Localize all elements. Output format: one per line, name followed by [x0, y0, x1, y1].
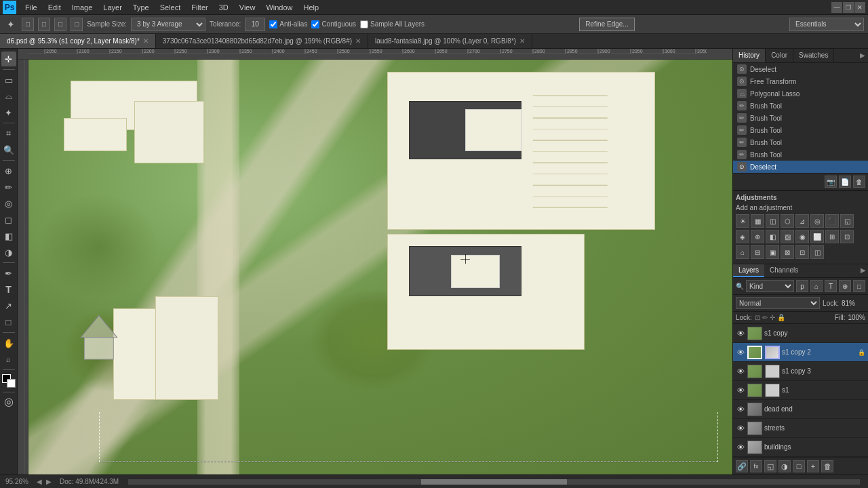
doc-tab-1[interactable]: 3730c067a3ce013408802bd65d82d7eb.jpg @ 1… — [156, 34, 368, 48]
move-tool[interactable]: ✛ — [1, 52, 16, 66]
history-item-8[interactable]: ⊙ Deselect — [733, 161, 868, 173]
anti-alias-checkbox[interactable] — [269, 20, 277, 28]
adj-color-lookup[interactable]: ⊕ — [751, 230, 764, 243]
history-item-7[interactable]: ✏ Brush Tool — [733, 148, 868, 161]
scrollbar-thumb[interactable] — [421, 479, 568, 485]
adj-exposure[interactable]: ⬡ — [781, 214, 794, 228]
lock-pixel-icon[interactable]: ⊡ — [755, 314, 760, 321]
magic-wand-tool[interactable]: ✦ — [1, 105, 16, 120]
adj-posterize[interactable]: ▨ — [781, 230, 794, 243]
layer-eye-5[interactable]: 👁 — [736, 424, 745, 433]
contiguous-checkbox-wrap[interactable]: Contiguous — [311, 20, 356, 28]
layer-style-btn[interactable]: fx — [750, 460, 762, 472]
menu-help[interactable]: Help — [299, 2, 324, 13]
doc-tab-close-0[interactable]: ✕ — [143, 37, 149, 45]
layers-options-btn[interactable]: ▶ — [859, 264, 868, 277]
doc-tab-close-1[interactable]: ✕ — [355, 37, 361, 45]
adj-curves[interactable]: ◫ — [766, 214, 779, 228]
tab-color[interactable]: Color — [766, 49, 793, 62]
layer-item-5[interactable]: 👁 streets — [733, 419, 868, 438]
quick-mask-mode[interactable]: ◎ — [4, 395, 14, 408]
layer-filter-btn-3[interactable]: T — [825, 280, 837, 292]
adj-brightness[interactable]: ☀ — [736, 214, 749, 228]
tab-channels[interactable]: Channels — [764, 264, 804, 277]
menu-file[interactable]: File — [20, 2, 42, 13]
tool-options-btn1[interactable]: □ — [22, 18, 34, 31]
sample-all-checkbox[interactable] — [360, 20, 368, 28]
lock-all-icon[interactable]: 🔒 — [777, 314, 785, 321]
tool-options-btn4[interactable]: □ — [71, 18, 83, 31]
menu-3d[interactable]: 3D — [214, 2, 233, 13]
rect-select-tool[interactable]: ▭ — [1, 73, 16, 87]
nav-prev-btn[interactable]: ◀ — [35, 478, 43, 485]
layer-group-btn[interactable]: □ — [793, 460, 805, 472]
adj-extra-5[interactable]: ⊡ — [795, 245, 809, 259]
hand-tool[interactable]: ✋ — [1, 336, 16, 350]
history-item-6[interactable]: ✏ Brush Tool — [733, 136, 868, 148]
adj-channel-mixer[interactable]: ◈ — [736, 230, 749, 243]
layer-filter-btn-2[interactable]: ⌂ — [810, 280, 823, 292]
tolerance-input[interactable] — [245, 18, 265, 31]
lasso-tool[interactable]: ⌓ — [1, 89, 16, 104]
layer-eye-0[interactable]: 👁 — [736, 329, 745, 338]
eraser-tool[interactable]: ◻ — [1, 212, 16, 227]
layer-mask-btn[interactable]: ◱ — [764, 460, 776, 472]
sample-size-select[interactable]: 3 by 3 Average Point Sample 5 by 5 Avera… — [131, 18, 205, 31]
close-button[interactable]: ✕ — [854, 2, 865, 13]
adj-color-balance[interactable]: ⬛ — [825, 214, 839, 228]
eyedropper-tool[interactable]: 🔍 — [1, 142, 16, 157]
clone-stamp-tool[interactable]: ◎ — [1, 196, 16, 211]
zoom-tool[interactable]: ⌕ — [1, 352, 16, 367]
layer-item-6[interactable]: 👁 buildings — [733, 438, 868, 457]
menu-view[interactable]: View — [235, 2, 260, 13]
minimize-button[interactable]: — — [831, 2, 842, 13]
layer-item-0[interactable]: 👁 s1 copy — [733, 324, 868, 343]
menu-layer[interactable]: Layer — [98, 2, 127, 13]
crop-tool[interactable]: ⌗ — [1, 126, 16, 141]
doc-tab-close-2[interactable]: ✕ — [519, 37, 525, 45]
adj-selective-color[interactable]: ⊞ — [825, 230, 839, 243]
tab-layers[interactable]: Layers — [733, 264, 764, 277]
menu-image[interactable]: Image — [67, 2, 98, 13]
menu-type[interactable]: Type — [128, 2, 154, 13]
adj-hue[interactable]: ◎ — [810, 214, 824, 228]
horizontal-scrollbar[interactable] — [128, 479, 860, 485]
layer-eye-6[interactable]: 👁 — [736, 443, 745, 452]
layer-eye-4[interactable]: 👁 — [736, 405, 745, 414]
adj-photo-filter[interactable]: ◱ — [840, 214, 854, 228]
layer-delete-btn[interactable]: 🗑 — [821, 460, 833, 472]
doc-tab-0[interactable]: d6.psd @ 95.3% (s1 copy 2, Layer Mask/8)… — [0, 34, 156, 48]
gradient-tool[interactable]: ◧ — [1, 228, 16, 243]
restore-button[interactable]: ❐ — [843, 2, 854, 13]
brush-tool[interactable]: ✏ — [1, 180, 16, 195]
tool-options-btn2[interactable]: □ — [38, 18, 50, 31]
adj-extra-1[interactable]: ⌂ — [736, 245, 749, 259]
workspace-select[interactable]: Essentials — [789, 18, 864, 31]
layer-item-2[interactable]: 👁 s1 copy 3 — [733, 362, 868, 381]
delete-history-btn[interactable]: 🗑 — [853, 176, 865, 188]
layer-filter-btn-4[interactable]: ⊕ — [839, 280, 851, 292]
layer-eye-2[interactable]: 👁 — [736, 367, 745, 376]
layer-filter-btn-5[interactable]: □ — [853, 280, 865, 292]
adj-levels[interactable]: ▦ — [751, 214, 764, 228]
layer-eye-3[interactable]: 👁 — [736, 386, 745, 395]
adj-threshold[interactable]: ◉ — [795, 230, 809, 243]
adj-extra-4[interactable]: ⊠ — [781, 245, 794, 259]
adj-extra-3[interactable]: ▣ — [766, 245, 779, 259]
spot-heal-tool[interactable]: ⊕ — [1, 163, 16, 178]
lock-move-icon[interactable]: ✛ — [770, 314, 775, 321]
layer-item-3[interactable]: 👁 s1 — [733, 381, 868, 400]
foreground-background-colors[interactable] — [2, 374, 16, 388]
adj-vibrance[interactable]: ⊿ — [795, 214, 809, 228]
layer-eye-1[interactable]: 👁 — [736, 348, 745, 357]
nav-next-btn[interactable]: ▶ — [45, 478, 53, 485]
adj-extra-6[interactable]: ◫ — [810, 245, 824, 259]
adj-gradient-map[interactable]: ⬜ — [810, 230, 824, 243]
new-snapshot-btn[interactable]: 📷 — [825, 176, 837, 188]
adj-black-white[interactable]: ⊡ — [840, 230, 854, 243]
sample-all-checkbox-wrap[interactable]: Sample All Layers — [360, 20, 425, 28]
panel-options-btn[interactable]: ▶ — [857, 49, 868, 62]
layer-item-1[interactable]: 👁 s1 copy 2 🔒 — [733, 343, 868, 362]
tab-swatches[interactable]: Swatches — [793, 49, 834, 62]
layer-adjust-btn[interactable]: ◑ — [778, 460, 791, 472]
